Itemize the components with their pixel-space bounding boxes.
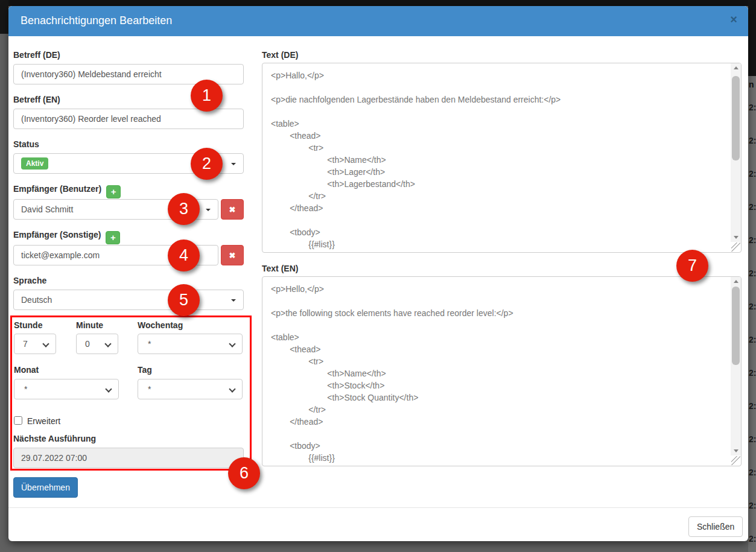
background-table-strip: n 2: 2: 2: 2: 2: 2: 2: 2: 2: 2: 2: 2: 2:… [748, 0, 756, 552]
background-column-header-fragment: n [749, 80, 754, 89]
chevron-down-icon [104, 340, 111, 347]
background-row-fragment: 2: [749, 468, 756, 477]
text-de-label: Text (DE) [262, 50, 298, 60]
empfaenger-benutzer-label-text: Empfänger (Benutzer) [13, 184, 101, 194]
betreff-en-input[interactable] [13, 109, 244, 129]
language-select[interactable]: Deutsch [13, 290, 244, 310]
background-row-fragment: 2: [749, 169, 756, 179]
hour-value: 7 [23, 339, 28, 349]
background-row-fragment: 2: [749, 235, 756, 245]
annotation-circle-7: 7 [676, 250, 708, 282]
background-row-fragment: 2: [749, 268, 756, 278]
backdrop-left-edge [0, 0, 8, 34]
resize-handle-icon[interactable] [731, 243, 740, 252]
arrow-up-icon [734, 280, 739, 283]
annotation-circle-5: 5 [168, 284, 200, 316]
language-value: Deutsch [21, 295, 52, 305]
sprache-label: Sprache [13, 276, 46, 285]
screen: n 2: 2: 2: 2: 2: 2: 2: 2: 2: 2: 2: 2: 2:… [0, 0, 756, 552]
close-icon[interactable]: × [730, 13, 737, 25]
background-row-fragment: 2: [749, 302, 756, 311]
text-en-label: Text (EN) [262, 264, 298, 273]
monat-label: Monat [14, 365, 39, 375]
add-user-button[interactable]: + [106, 185, 121, 198]
background-row-fragment: 2: [749, 368, 756, 378]
scroll-down-button[interactable] [731, 233, 741, 242]
betreff-de-label: Betreff (DE) [13, 50, 60, 60]
caret-down-icon [206, 209, 211, 211]
remove-recipient-button[interactable]: ✖ [221, 245, 244, 265]
wochentag-label: Wochentag [138, 320, 183, 330]
erweitert-label: Erweitert [27, 416, 60, 426]
remove-x-icon: ✖ [229, 205, 236, 214]
day-select[interactable]: * [138, 379, 243, 399]
remove-user-button[interactable]: ✖ [221, 199, 244, 220]
naechste-ausfuehrung-label: Nächste Ausführung [13, 434, 96, 443]
arrow-up-icon [734, 66, 739, 69]
day-value: * [148, 384, 151, 394]
text-en-textarea[interactable]: <p>Hello,</p> <p>the following stock ele… [262, 276, 742, 466]
month-value: * [24, 384, 27, 394]
text-en-scrollbar[interactable] [731, 277, 741, 455]
empfaenger-sonstige-label: Empfänger (Sonstige)+ [13, 230, 120, 244]
background-row-fragment: 2: [749, 335, 756, 344]
empfaenger-sonstige-label-text: Empfänger (Sonstige) [13, 230, 101, 240]
resize-handle-icon[interactable] [731, 456, 740, 465]
scroll-up-button[interactable] [731, 63, 741, 72]
annotation-circle-3: 3 [168, 193, 200, 225]
remove-x-icon: ✖ [229, 251, 236, 260]
text-en-area: <p>Hello,</p> <p>the following stock ele… [262, 276, 742, 466]
empfaenger-benutzer-label: Empfänger (Benutzer)+ [13, 184, 121, 198]
hour-select[interactable]: 7 [14, 334, 56, 354]
arrow-down-icon [734, 236, 739, 239]
plus-icon: + [111, 186, 116, 197]
weekday-select[interactable]: * [138, 334, 243, 354]
text-de-area: <p>Hallo,</p> <p>die nachfolgenden Lager… [262, 63, 742, 253]
minute-value: 0 [85, 339, 90, 349]
annotation-circle-6: 6 [228, 457, 260, 489]
chevron-down-icon [229, 385, 235, 392]
status-badge: Aktiv [21, 157, 48, 170]
weekday-value: * [148, 339, 151, 349]
modal-title: Benachrichtigungen Bearbeiten [21, 14, 172, 27]
caret-down-icon [231, 299, 236, 302]
modal-header: Benachrichtigungen Bearbeiten × [8, 6, 748, 36]
chevron-down-icon [42, 340, 49, 347]
close-button[interactable]: Schließen [688, 516, 743, 537]
background-row-fragment: 2: [749, 136, 756, 145]
scroll-down-button[interactable] [731, 446, 741, 455]
chevron-down-icon [105, 385, 112, 392]
scrollbar-thumb[interactable] [732, 76, 740, 160]
background-row-fragment: 2: [749, 534, 756, 544]
caret-down-icon [231, 163, 236, 165]
annotation-circle-2: 2 [191, 148, 223, 180]
add-recipient-button[interactable]: + [106, 231, 120, 244]
status-label: Status [13, 139, 39, 149]
tag-label: Tag [138, 365, 152, 375]
minute-select[interactable]: 0 [76, 334, 118, 354]
background-row-fragment: 2: [749, 103, 756, 112]
text-de-scrollbar[interactable] [731, 63, 741, 242]
text-de-textarea[interactable]: <p>Hallo,</p> <p>die nachfolgenden Lager… [262, 63, 742, 253]
scroll-up-button[interactable] [731, 277, 741, 286]
background-row-fragment: 2: [749, 501, 756, 510]
background-row-fragment: 2: [749, 202, 756, 212]
background-row-fragment: 2: [749, 434, 756, 444]
backdrop-top-bar [0, 0, 756, 6]
plus-icon: + [110, 232, 116, 243]
annotation-circle-1: 1 [191, 80, 223, 112]
next-execution-input [13, 448, 244, 468]
stunde-label: Stunde [14, 320, 42, 330]
arrow-down-icon [734, 449, 739, 452]
month-select[interactable]: * [14, 379, 119, 399]
annotation-circle-4: 4 [168, 240, 200, 271]
apply-button[interactable]: Übernehmen [13, 477, 78, 498]
erweitert-checkbox[interactable] [14, 416, 22, 425]
chevron-down-icon [229, 340, 235, 347]
modal-footer [8, 507, 748, 541]
scrollbar-thumb[interactable] [732, 287, 740, 365]
minute-label: Minute [76, 320, 103, 330]
background-navbar-fragment [748, 0, 756, 76]
user-recipient-value: David Schmitt [21, 205, 73, 214]
background-row-fragment: 2: [749, 401, 756, 411]
